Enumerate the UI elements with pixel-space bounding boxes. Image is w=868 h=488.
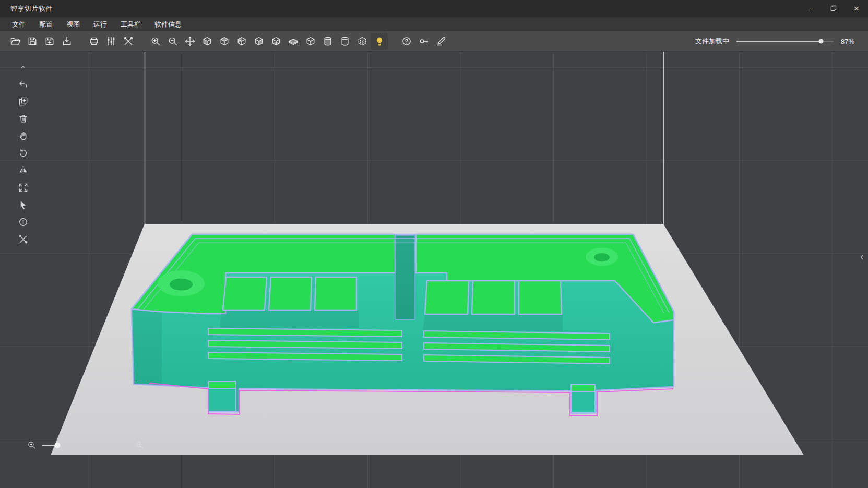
boss-right-center bbox=[594, 253, 610, 261]
scene-canvas[interactable] bbox=[0, 52, 868, 488]
toolbar-button-view-left[interactable] bbox=[233, 33, 250, 50]
menu-item-about[interactable]: 软件信息 bbox=[148, 17, 188, 31]
toolbar-button-support-lattice[interactable] bbox=[353, 33, 371, 50]
toolbar-groups bbox=[6, 33, 459, 50]
toolbar-button-view-right[interactable] bbox=[250, 33, 267, 50]
cylinder-wire-icon bbox=[340, 36, 350, 46]
toolbar-button-help[interactable] bbox=[398, 33, 415, 50]
menu-item-file[interactable]: 文件 bbox=[5, 17, 32, 31]
right-panel-toggle[interactable]: ‹ bbox=[860, 251, 867, 261]
file-load-progress: 文件加载中 87% bbox=[695, 37, 868, 46]
close-button[interactable]: × bbox=[845, 0, 868, 17]
zoom-in-icon bbox=[150, 36, 161, 46]
select-icon bbox=[18, 200, 28, 210]
duplicate-model-icon bbox=[18, 97, 28, 106]
view-left-icon bbox=[236, 36, 247, 46]
restore-icon bbox=[830, 5, 837, 13]
toolbar-button-save-as[interactable] bbox=[41, 33, 58, 50]
tool-rotate-view-button[interactable] bbox=[14, 145, 32, 161]
view-bottom-icon bbox=[271, 36, 281, 46]
pocket-top bbox=[425, 281, 469, 314]
toolbar-group-settings bbox=[85, 33, 137, 50]
cylinder-solid-icon bbox=[323, 36, 333, 46]
tool-mirror-model-button[interactable] bbox=[14, 162, 32, 178]
zoom-slider-handle[interactable] bbox=[55, 442, 61, 448]
toolbar-button-import-model[interactable] bbox=[58, 33, 75, 50]
toolbar-button-zoom-out[interactable] bbox=[164, 33, 181, 50]
minimize-button[interactable]: − bbox=[799, 0, 822, 17]
view-iso-icon bbox=[305, 36, 316, 46]
zoom-out-icon[interactable] bbox=[27, 441, 36, 449]
toolbar-button-printer-settings[interactable] bbox=[85, 33, 102, 50]
tool-pan-button[interactable] bbox=[14, 128, 32, 144]
tool-repair-model-button[interactable] bbox=[14, 231, 32, 247]
toolbar-button-machine-tools[interactable] bbox=[120, 33, 137, 50]
zoom-out-icon bbox=[168, 36, 178, 46]
view-right-icon bbox=[254, 36, 264, 46]
toolbar-button-move-model[interactable] bbox=[181, 33, 198, 50]
main-toolbar: 文件加载中 87% bbox=[0, 31, 868, 52]
fit-view-icon bbox=[18, 183, 28, 193]
foot-left-top bbox=[208, 382, 236, 388]
toolbar-button-cylinder-solid[interactable] bbox=[319, 33, 336, 50]
window-controls: − × bbox=[799, 0, 868, 17]
foot-right-top bbox=[571, 385, 595, 391]
pan-icon bbox=[18, 131, 28, 141]
toolbar-button-license-key[interactable] bbox=[415, 33, 432, 50]
tool-delete-model-button[interactable] bbox=[14, 111, 32, 126]
tool-collapse-up-button[interactable] bbox=[14, 59, 32, 75]
undo-icon bbox=[18, 79, 28, 89]
view-front-icon bbox=[202, 36, 212, 46]
menu-item-view[interactable]: 视图 bbox=[60, 17, 87, 31]
mirror-model-icon bbox=[18, 165, 28, 175]
model-info-icon bbox=[18, 217, 28, 227]
zoom-slider-track[interactable] bbox=[42, 445, 129, 446]
pocket-shade-right bbox=[423, 314, 563, 331]
toolbar-button-cylinder-wire[interactable] bbox=[336, 33, 353, 50]
menu-bar: 文件配置视图运行工具栏软件信息 bbox=[0, 17, 868, 31]
toolbar-button-zoom-in[interactable] bbox=[147, 33, 164, 50]
toolbar-button-light-toggle[interactable] bbox=[371, 33, 388, 50]
pocket-top bbox=[315, 277, 356, 310]
progress-fill bbox=[736, 41, 821, 42]
support-lattice-icon bbox=[357, 36, 367, 46]
toolbar-button-view-top[interactable] bbox=[284, 33, 302, 50]
tool-select-button[interactable] bbox=[14, 197, 32, 212]
zoom-in-icon[interactable] bbox=[135, 441, 144, 449]
repair-model-icon bbox=[18, 234, 28, 244]
tool-duplicate-model-button[interactable] bbox=[14, 93, 32, 109]
pocket-top bbox=[472, 281, 515, 314]
view-top-icon bbox=[288, 36, 299, 46]
toolbar-group-view-actions bbox=[147, 33, 388, 50]
model-left-face-shade bbox=[132, 309, 162, 386]
toolbar-button-view-bottom[interactable] bbox=[267, 33, 284, 50]
toolbar-button-draw-pen[interactable] bbox=[432, 33, 449, 50]
pocket-top bbox=[519, 281, 562, 314]
import-model-icon bbox=[62, 36, 72, 46]
progress-slider[interactable] bbox=[736, 41, 834, 42]
vent-slat bbox=[208, 352, 402, 361]
pocket-shade-left bbox=[220, 310, 359, 328]
model[interactable] bbox=[132, 234, 674, 414]
printer-settings-icon bbox=[89, 36, 99, 46]
menu-item-toolbar[interactable]: 工具栏 bbox=[114, 17, 148, 31]
toolbar-button-save-file[interactable] bbox=[23, 33, 41, 50]
tool-fit-view-button[interactable] bbox=[14, 180, 32, 195]
light-toggle-icon bbox=[374, 36, 385, 46]
toolbar-button-view-front[interactable] bbox=[198, 33, 216, 50]
tool-undo-button[interactable] bbox=[14, 76, 32, 92]
window-title: 智享切片软件 bbox=[0, 4, 53, 14]
progress-handle[interactable] bbox=[818, 39, 823, 44]
rotate-view-icon bbox=[18, 148, 28, 158]
tool-model-info-button[interactable] bbox=[14, 214, 32, 230]
menu-item-run[interactable]: 运行 bbox=[87, 17, 114, 31]
toolbar-button-parameter-sliders[interactable] bbox=[102, 33, 120, 50]
toolbar-button-view-back[interactable] bbox=[216, 33, 233, 50]
menu-item-config[interactable]: 配置 bbox=[32, 17, 60, 31]
toolbar-button-view-iso[interactable] bbox=[302, 33, 319, 50]
minimize-icon: − bbox=[808, 5, 813, 13]
delete-model-icon bbox=[18, 114, 28, 124]
toolbar-button-open-file[interactable] bbox=[6, 33, 23, 50]
restore-button[interactable] bbox=[822, 0, 845, 17]
viewport-3d[interactable]: ‹ bbox=[0, 52, 868, 488]
